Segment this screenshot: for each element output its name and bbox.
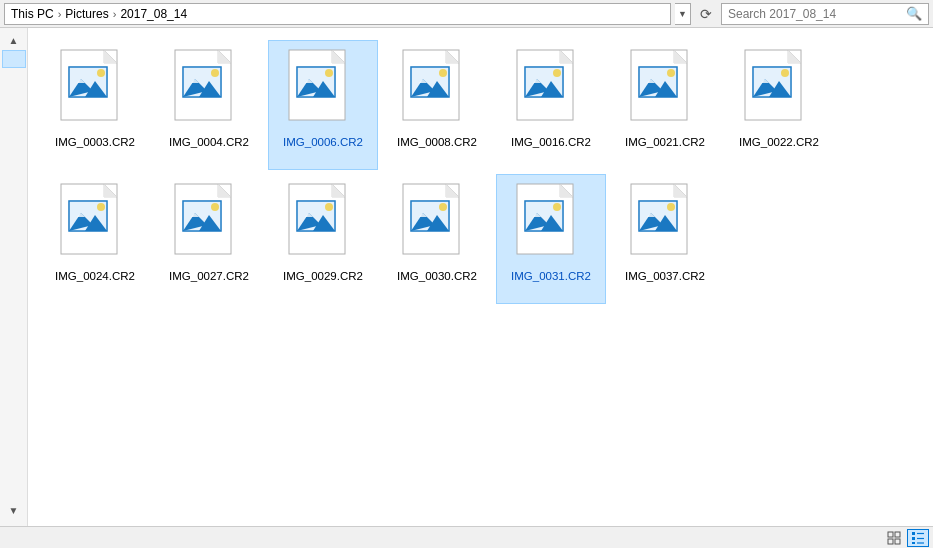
- address-bar: This PC › Pictures › 2017_08_14 ▼ ⟳ 🔍: [0, 0, 933, 28]
- file-icon: [629, 183, 701, 265]
- svg-point-116: [667, 203, 675, 211]
- svg-point-44: [553, 69, 561, 77]
- file-item[interactable]: IMG_0029.CR2: [268, 174, 378, 304]
- svg-rect-120: [895, 539, 900, 544]
- search-icon[interactable]: 🔍: [906, 6, 922, 21]
- file-label: IMG_0029.CR2: [283, 269, 363, 284]
- file-label: IMG_0016.CR2: [511, 135, 591, 150]
- refresh-btn[interactable]: ⟳: [695, 3, 717, 25]
- breadcrumb-sep-1: ›: [58, 8, 62, 20]
- svg-rect-119: [888, 539, 893, 544]
- file-icon: [173, 49, 245, 131]
- file-label: IMG_0027.CR2: [169, 269, 249, 284]
- file-icon: [59, 49, 131, 131]
- file-item[interactable]: IMG_0024.CR2: [40, 174, 150, 304]
- content-area[interactable]: IMG_0003.CR2 IMG_0004.CR2 IMG_0006.C: [28, 28, 933, 526]
- svg-rect-123: [912, 542, 915, 544]
- svg-rect-117: [888, 532, 893, 537]
- breadcrumb-this-pc[interactable]: This PC: [11, 7, 54, 21]
- file-item[interactable]: IMG_0021.CR2: [610, 40, 720, 170]
- breadcrumb[interactable]: This PC › Pictures › 2017_08_14: [4, 3, 671, 25]
- file-icon: [59, 183, 131, 265]
- status-bar: [0, 526, 933, 548]
- breadcrumb-expand-btn[interactable]: ▼: [675, 3, 691, 25]
- sidebar: ▲ ▼: [0, 28, 28, 526]
- svg-point-80: [211, 203, 219, 211]
- file-icon: [743, 49, 815, 131]
- sidebar-down-arrow[interactable]: ▼: [6, 502, 22, 518]
- svg-point-35: [439, 69, 447, 77]
- file-label: IMG_0004.CR2: [169, 135, 249, 150]
- file-label: IMG_0003.CR2: [55, 135, 135, 150]
- svg-rect-122: [912, 537, 915, 540]
- file-icon: [629, 49, 701, 131]
- svg-point-71: [97, 203, 105, 211]
- grid-view-btn[interactable]: [883, 529, 905, 547]
- files-grid: IMG_0003.CR2 IMG_0004.CR2 IMG_0006.C: [38, 38, 923, 306]
- svg-point-17: [211, 69, 219, 77]
- svg-point-26: [325, 69, 333, 77]
- file-item[interactable]: IMG_0003.CR2: [40, 40, 150, 170]
- file-icon: [287, 49, 359, 131]
- file-icon: [401, 49, 473, 131]
- file-item[interactable]: IMG_0027.CR2: [154, 174, 264, 304]
- breadcrumb-pictures[interactable]: Pictures: [65, 7, 108, 21]
- file-icon: [173, 183, 245, 265]
- svg-point-53: [667, 69, 675, 77]
- sidebar-up-arrow[interactable]: ▲: [6, 32, 22, 48]
- list-view-btn[interactable]: [907, 529, 929, 547]
- svg-point-62: [781, 69, 789, 77]
- file-icon: [401, 183, 473, 265]
- file-label: IMG_0030.CR2: [397, 269, 477, 284]
- file-item[interactable]: IMG_0031.CR2: [496, 174, 606, 304]
- breadcrumb-current: 2017_08_14: [120, 7, 187, 21]
- file-icon: [515, 49, 587, 131]
- file-item[interactable]: IMG_0004.CR2: [154, 40, 264, 170]
- svg-rect-118: [895, 532, 900, 537]
- file-label: IMG_0024.CR2: [55, 269, 135, 284]
- file-label: IMG_0008.CR2: [397, 135, 477, 150]
- search-input[interactable]: [728, 7, 902, 21]
- breadcrumb-sep-2: ›: [113, 8, 117, 20]
- search-box[interactable]: 🔍: [721, 3, 929, 25]
- svg-point-89: [325, 203, 333, 211]
- file-item[interactable]: IMG_0022.CR2: [724, 40, 834, 170]
- svg-point-98: [439, 203, 447, 211]
- main-area: ▲ ▼ IMG_0003.CR2: [0, 28, 933, 526]
- file-label: IMG_0031.CR2: [511, 269, 591, 284]
- sidebar-highlight: [2, 50, 26, 68]
- file-item[interactable]: IMG_0008.CR2: [382, 40, 492, 170]
- file-item[interactable]: IMG_0006.CR2: [268, 40, 378, 170]
- svg-rect-121: [912, 532, 915, 535]
- svg-point-8: [97, 69, 105, 77]
- file-item[interactable]: IMG_0030.CR2: [382, 174, 492, 304]
- file-label: IMG_0037.CR2: [625, 269, 705, 284]
- file-item[interactable]: IMG_0016.CR2: [496, 40, 606, 170]
- file-label: IMG_0021.CR2: [625, 135, 705, 150]
- file-item[interactable]: IMG_0037.CR2: [610, 174, 720, 304]
- file-label: IMG_0006.CR2: [283, 135, 363, 150]
- file-icon: [515, 183, 587, 265]
- svg-point-107: [553, 203, 561, 211]
- file-label: IMG_0022.CR2: [739, 135, 819, 150]
- file-icon: [287, 183, 359, 265]
